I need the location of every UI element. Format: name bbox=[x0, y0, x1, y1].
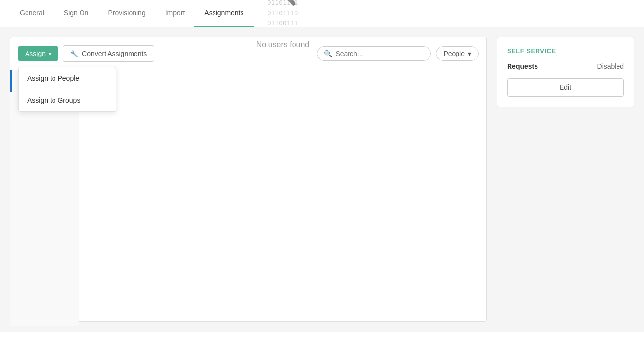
self-service-title: SELF SERVICE bbox=[507, 47, 624, 55]
requests-label: Requests bbox=[507, 62, 538, 70]
search-container: 🔍 bbox=[317, 46, 431, 61]
requests-value: Disabled bbox=[597, 62, 624, 70]
wrench-icon bbox=[70, 50, 78, 57]
edit-button[interactable]: Edit bbox=[507, 78, 624, 97]
search-input[interactable] bbox=[335, 50, 424, 57]
panel-main-area: Type 01101110 01101111 01101100 01101000… bbox=[79, 70, 486, 326]
tab-provisioning[interactable]: Provisioning bbox=[98, 0, 155, 27]
tab-general[interactable]: General bbox=[10, 0, 54, 27]
tab-import[interactable]: Import bbox=[156, 0, 195, 27]
self-service-panel: SELF SERVICE Requests Disabled Edit bbox=[497, 37, 634, 107]
assign-to-groups-item[interactable]: Assign to Groups bbox=[19, 89, 116, 111]
assignments-panel: Assign ▾ Convert Assignments 🔍 People ▾ … bbox=[10, 37, 487, 322]
requests-row: Requests Disabled bbox=[507, 62, 624, 70]
people-filter-button[interactable]: People ▾ bbox=[436, 46, 479, 61]
tab-sign-on[interactable]: Sign On bbox=[54, 0, 99, 27]
assignments-toolbar: Assign ▾ Convert Assignments 🔍 People ▾ … bbox=[10, 37, 486, 70]
convert-label: Convert Assignments bbox=[82, 50, 147, 57]
assign-button[interactable]: Assign ▾ bbox=[18, 46, 58, 61]
magnifier-icon: 🔍 bbox=[268, 0, 297, 12]
binary-graphic: 01101110 01101111 01101100 01101000 0110… bbox=[268, 0, 298, 28]
people-label: People bbox=[443, 50, 465, 57]
assign-dropdown-menu: Assign to People Assign to Groups bbox=[18, 67, 116, 112]
convert-assignments-button[interactable]: Convert Assignments bbox=[63, 45, 154, 62]
people-chevron-icon: ▾ bbox=[468, 50, 471, 57]
main-content: Assign ▾ Convert Assignments 🔍 People ▾ … bbox=[0, 27, 644, 332]
search-icon: 🔍 bbox=[324, 50, 332, 57]
chevron-down-icon: ▾ bbox=[49, 51, 51, 56]
assign-label: Assign bbox=[25, 50, 46, 57]
assign-to-people-item[interactable]: Assign to People bbox=[19, 67, 116, 89]
